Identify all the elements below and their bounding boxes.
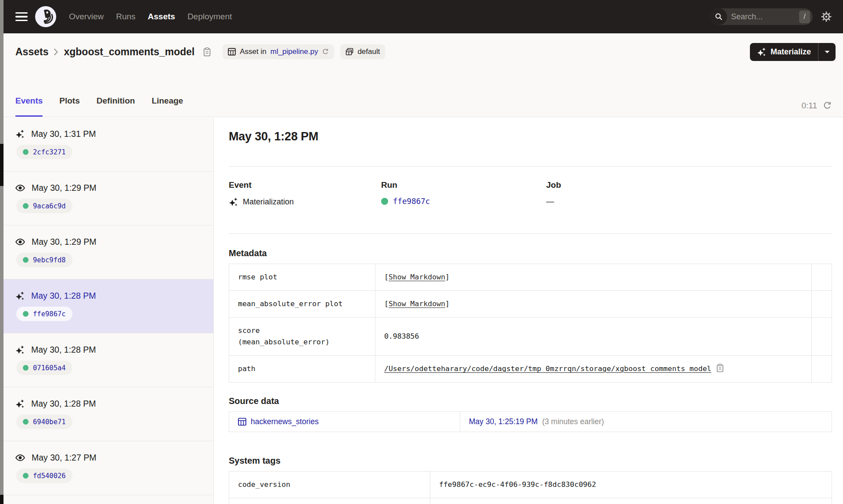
source-asset-cell: hackernews_stories [229, 412, 460, 432]
auto-refresh: 0:11 [801, 101, 832, 111]
source-timestamp-link[interactable]: May 30, 1:25:19 PM [469, 417, 538, 426]
metadata-key: score (mean_absolute_error) [229, 318, 375, 356]
run-id-link[interactable]: 2cfc3271 [33, 148, 66, 156]
system-tags-heading: System tags [229, 456, 832, 466]
event-list-item[interactable]: May 30, 1:29 PM 9ebc9fd8 [4, 225, 213, 279]
run-status-dot [23, 149, 29, 155]
materialize-label: Materialize [771, 47, 811, 57]
materialization-icon [15, 291, 25, 300]
run-id-link[interactable]: fd540026 [33, 472, 66, 480]
tabs-row: EventsPlotsDefinitionLineage 0:11 [4, 70, 843, 117]
source-data-heading: Source data [229, 396, 832, 406]
metadata-row: rmse plot[Show Markdown] [229, 264, 832, 291]
nav-item-assets[interactable]: Assets [148, 12, 175, 21]
breadcrumb: Assets xgboost_comments_model [15, 46, 211, 58]
event-list-sidebar: May 30, 1:31 PM 2cfc3271 May 30, 1:29 PM… [4, 118, 214, 504]
show-markdown-link[interactable]: Show Markdown [389, 300, 445, 308]
event-column: Event Materialization [229, 180, 381, 207]
run-id-link[interactable]: 9aca6c9d [33, 202, 66, 210]
system-tags-table: code_versionffe9867c-ec9c-4f06-939c-f8dc… [229, 471, 832, 504]
event-timestamp: May 30, 1:28 PM [31, 399, 96, 409]
run-column: Run ffe9867c [381, 180, 546, 207]
search-input[interactable] [727, 12, 799, 21]
path-link[interactable]: /Users/odetteharary/code/dagster/tmp_0mz… [384, 365, 711, 373]
asset-tabs: EventsPlotsDefinitionLineage [15, 96, 183, 117]
dagster-logo-icon[interactable] [35, 6, 56, 27]
event-list-item[interactable]: May 30, 1:28 PM ffe9867c [4, 279, 213, 333]
group-tag-default[interactable]: default [340, 44, 385, 59]
metadata-action-cell [812, 318, 832, 356]
nav-item-runs[interactable]: Runs [116, 12, 135, 21]
materialize-button[interactable]: Materialize [750, 43, 818, 61]
event-timestamp: May 30, 1:28 PM [31, 345, 96, 355]
event-list-item[interactable]: May 30, 1:29 PM 9aca6c9d [4, 172, 213, 225]
tab-lineage[interactable]: Lineage [151, 96, 183, 117]
show-markdown-link[interactable]: Show Markdown [389, 273, 445, 281]
run-status-dot [381, 198, 388, 205]
content-area: May 30, 1:31 PM 2cfc3271 May 30, 1:29 PM… [4, 118, 843, 504]
tab-definition[interactable]: Definition [97, 96, 135, 117]
run-tag-pill[interactable]: 6940be71 [16, 415, 72, 429]
run-tag-pill[interactable]: 071605a4 [16, 361, 72, 375]
run-tag-pill[interactable]: 2cfc3271 [16, 145, 72, 159]
run-tag-pill[interactable]: ffe9867c [16, 307, 72, 321]
window-edge-dark-segment [0, 495, 4, 504]
nav-item-overview[interactable]: Overview [69, 12, 104, 21]
event-timestamp: May 30, 1:31 PM [31, 129, 96, 139]
copy-path-icon[interactable] [717, 364, 724, 372]
run-id-link[interactable]: 071605a4 [33, 364, 66, 372]
refresh-icon[interactable] [823, 101, 832, 110]
event-list-item[interactable]: May 30, 1:28 PM 6940be71 [4, 387, 213, 441]
run-tag-pill[interactable]: fd540026 [16, 468, 72, 483]
run-tag-pill[interactable]: 9aca6c9d [16, 199, 72, 213]
metadata-action-cell [812, 264, 832, 291]
metadata-value: [Show Markdown] [375, 264, 812, 291]
materialize-dropdown-button[interactable] [818, 43, 836, 61]
pipeline-file-link[interactable]: ml_pipeline.py [270, 47, 318, 56]
copy-asset-name-icon[interactable] [203, 47, 211, 57]
run-id-link[interactable]: 9ebc9fd8 [33, 256, 66, 264]
event-detail-pane: May 30, 1:28 PM Event Materialization [214, 118, 843, 504]
materialization-icon [15, 399, 25, 408]
metadata-table: rmse plot[Show Markdown]mean_absolute_er… [229, 264, 832, 382]
search-bar[interactable]: / [710, 8, 813, 25]
window-edge-strip [0, 0, 4, 504]
materialization-icon [15, 345, 25, 354]
source-asset-link[interactable]: hackernews_stories [251, 417, 319, 426]
gear-icon[interactable] [821, 11, 832, 22]
event-label: Event [229, 180, 381, 190]
nav-item-deployment[interactable]: Deployment [187, 12, 232, 21]
reload-definition-icon[interactable] [322, 48, 329, 55]
observation-icon [15, 185, 25, 191]
metadata-action-cell [812, 291, 832, 318]
event-timestamp: May 30, 1:27 PM [32, 453, 96, 463]
table-icon [238, 418, 246, 426]
system-tag-key: code_version [229, 472, 430, 498]
tab-plots[interactable]: Plots [59, 96, 79, 117]
event-list-item[interactable]: May 30, 1:31 PM 2cfc3271 [4, 118, 213, 172]
table-icon [228, 48, 236, 56]
asset-definition-tag[interactable]: Asset in ml_pipeline.py [223, 44, 334, 59]
metadata-heading: Metadata [229, 248, 832, 258]
run-id-link[interactable]: ffe9867c [393, 197, 430, 206]
tab-events[interactable]: Events [15, 96, 43, 117]
event-timestamp: May 30, 1:29 PM [32, 237, 96, 247]
chevron-right-icon [54, 48, 58, 56]
event-list-item[interactable]: May 30, 1:27 PM fd540026 [4, 441, 213, 495]
divider [229, 233, 832, 234]
run-status-dot [23, 365, 29, 371]
menu-icon[interactable] [15, 12, 28, 21]
event-list-item[interactable]: May 30, 1:28 PM 071605a4 [4, 333, 213, 387]
group-tag-label: default [357, 47, 380, 56]
breadcrumb-assets-link[interactable]: Assets [15, 46, 48, 58]
caret-down-icon [825, 50, 830, 54]
run-id-link[interactable]: ffe9867c [33, 310, 66, 318]
system-tag-value: ffe9867c-ec9c-4f06-939c-f8dc830c0962 [430, 472, 832, 498]
run-status-dot [23, 203, 29, 209]
page-header: Assets xgboost_comments_model Asset in m… [4, 33, 843, 70]
run-id-link[interactable]: 6940be71 [33, 418, 66, 426]
source-time-cell: May 30, 1:25:19 PM (3 minutes earlier) [460, 412, 832, 432]
refresh-countdown: 0:11 [801, 101, 817, 111]
run-tag-pill[interactable]: 9ebc9fd8 [16, 253, 72, 267]
materialization-icon [15, 129, 25, 139]
